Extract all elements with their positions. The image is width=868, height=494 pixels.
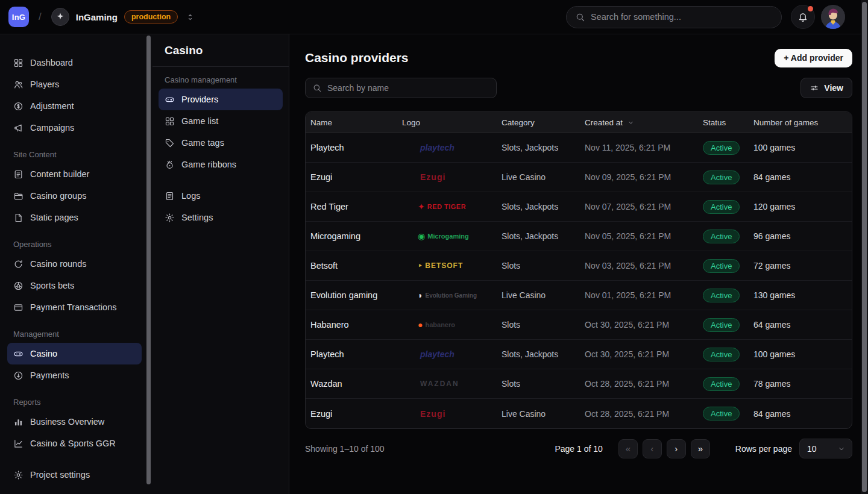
cell-created-at: Nov 05, 2025, 6:21 PM — [580, 222, 698, 251]
table-row[interactable]: Betsoft ‣ BETSOFT Slots Nov 03, 2025, 6:… — [306, 251, 852, 281]
sidebar-item[interactable]: Business Overview — [7, 411, 142, 433]
global-search-input[interactable] — [591, 12, 773, 22]
primary-sidebar: Dashboard Players Adjustment — [0, 34, 153, 494]
table-row[interactable]: Playtech playtech Slots, Jackpots Oct 30… — [306, 340, 852, 369]
grid4-icon — [13, 58, 24, 68]
page-scrollbar-thumb[interactable] — [862, 2, 867, 492]
cell-created-at: Oct 30, 2025, 6:21 PM — [580, 340, 698, 369]
table-row[interactable]: Ezugi Ezugi Live Casino Nov 09, 2025, 6:… — [306, 163, 852, 192]
cell-games: 72 games — [749, 251, 852, 280]
sidebar-item[interactable]: Casino rounds — [7, 253, 142, 275]
secondary-section-label: Casino management — [159, 75, 283, 84]
table-row[interactable]: Microgaming ◉ Microgaming Slots, Jackpot… — [306, 222, 852, 251]
rows-per-page-select[interactable]: 10 — [799, 439, 852, 458]
sidebar-item[interactable]: Adjustment — [7, 95, 142, 117]
cell-category: Slots, Jackpots — [497, 340, 580, 369]
secondary-sidebar-item[interactable]: Game tags — [159, 132, 283, 154]
sidebar-item[interactable]: Payments — [7, 364, 142, 386]
secondary-sidebar-item[interactable]: Logs — [159, 185, 283, 207]
cell-created-at: Nov 07, 2025, 6:21 PM — [580, 192, 698, 221]
status-badge: Active — [703, 289, 740, 302]
last-page-button[interactable]: » — [691, 439, 710, 458]
users-icon — [13, 80, 24, 90]
chevdown-icon[interactable] — [627, 119, 635, 127]
project-name[interactable]: InGaming — [76, 12, 118, 22]
ribbon-icon — [165, 160, 175, 170]
sidebar-item[interactable]: Sports bets — [7, 275, 142, 296]
column-header[interactable]: Name — [306, 112, 397, 133]
cell-name: Red Tiger — [306, 192, 397, 221]
provider-search-input[interactable] — [327, 83, 489, 93]
cell-category: Slots — [497, 369, 580, 398]
column-header[interactable]: Category — [497, 112, 580, 133]
cell-status: Active — [698, 133, 749, 162]
table-row[interactable]: Ezugi Ezugi Live Casino Oct 28, 2025, 6:… — [306, 399, 852, 428]
status-badge: Active — [703, 318, 740, 332]
cell-category: Slots, Jackpots — [497, 222, 580, 251]
sidebar-section: Reports Business Overview Casino & Sport… — [7, 398, 142, 454]
sidebar-item[interactable]: Payment Transactions — [7, 296, 142, 318]
notification-dot — [808, 6, 813, 11]
cell-status: Active — [698, 399, 749, 428]
table-row[interactable]: Playtech playtech Slots, Jackpots Nov 11… — [306, 133, 852, 163]
secondary-sidebar-group: Logs Settings — [159, 185, 283, 228]
provider-logo: Ezugi — [402, 172, 445, 182]
sidebar-item[interactable]: Campaigns — [7, 117, 142, 139]
project-switcher-icon[interactable] — [186, 13, 195, 22]
provider-logo: Ezugi — [402, 409, 445, 419]
sidebar-item[interactable]: Players — [7, 73, 142, 95]
column-header[interactable]: Number of games — [749, 112, 852, 133]
cell-name: Playtech — [306, 340, 397, 369]
project-avatar[interactable] — [51, 8, 69, 26]
provider-logo: ● habanero — [402, 320, 455, 330]
column-header[interactable]: Status — [698, 112, 749, 133]
provider-logo: ‣ BETSOFT — [402, 261, 463, 270]
cell-logo: playtech — [397, 340, 497, 369]
sidebar-item[interactable]: Casino & Sports GGR — [7, 433, 142, 454]
page-scrollbar[interactable] — [861, 0, 868, 494]
sidebar-item[interactable]: Dashboard — [7, 52, 142, 73]
add-provider-button[interactable]: + Add provider — [775, 49, 852, 67]
sidebar-item[interactable]: Content builder — [7, 163, 142, 185]
breadcrumb-separator: / — [39, 11, 42, 23]
secondary-sidebar-item[interactable]: Settings — [159, 207, 283, 228]
user-avatar[interactable] — [821, 5, 845, 29]
sidebar-section-label: Site Content — [7, 150, 142, 159]
notifications-button[interactable] — [791, 5, 815, 29]
secondary-sidebar-item[interactable]: Providers — [159, 89, 283, 110]
sidebar-scrollbar[interactable] — [146, 36, 151, 489]
table-row[interactable]: Wazdan WAZDAN Slots Oct 28, 2025, 6:21 P… — [306, 369, 852, 399]
card-icon — [13, 302, 24, 313]
table-row[interactable]: Red Tiger ✦ RED TIGER Slots, Jackpots No… — [306, 192, 852, 222]
cell-logo: playtech — [397, 133, 497, 162]
secondary-sidebar-item[interactable]: Game ribbons — [159, 154, 283, 175]
search-icon — [575, 12, 585, 22]
cell-category: Live Casino — [497, 399, 580, 428]
cell-name: Microgaming — [306, 222, 397, 251]
sidebar-section-label: Reports — [7, 398, 142, 407]
cell-status: Active — [698, 340, 749, 369]
sidebar-scrollbar-thumb[interactable] — [146, 36, 151, 484]
cell-category: Slots — [497, 310, 580, 339]
sidebar-item[interactable]: Casino — [7, 343, 142, 364]
sidebar-item[interactable]: Static pages — [7, 207, 142, 228]
file-icon — [13, 213, 24, 223]
provider-logo: ◗ Evolution Gaming — [402, 290, 477, 300]
cell-games: 100 games — [749, 133, 852, 162]
sidebar-item-project-settings[interactable]: Project settings — [7, 464, 142, 486]
first-page-button[interactable]: « — [618, 439, 638, 458]
table-row[interactable]: Evolution gaming ◗ Evolution Gaming Live… — [306, 281, 852, 310]
next-page-button[interactable]: › — [667, 439, 686, 458]
column-header[interactable]: Logo — [397, 112, 497, 133]
secondary-sidebar-item[interactable]: Game list — [159, 110, 283, 132]
ball-icon — [13, 281, 24, 291]
folder-icon — [13, 191, 24, 201]
prev-page-button[interactable]: ‹ — [643, 439, 662, 458]
view-button[interactable]: View — [800, 78, 852, 98]
sidebar-item[interactable]: Casino groups — [7, 185, 142, 207]
bell-icon — [797, 11, 808, 22]
app-logo[interactable]: InG — [8, 7, 29, 27]
cell-logo: ✦ RED TIGER — [397, 192, 497, 221]
column-header[interactable]: Created at — [580, 112, 698, 133]
table-row[interactable]: Habanero ● habanero Slots Oct 30, 2025, … — [306, 310, 852, 340]
